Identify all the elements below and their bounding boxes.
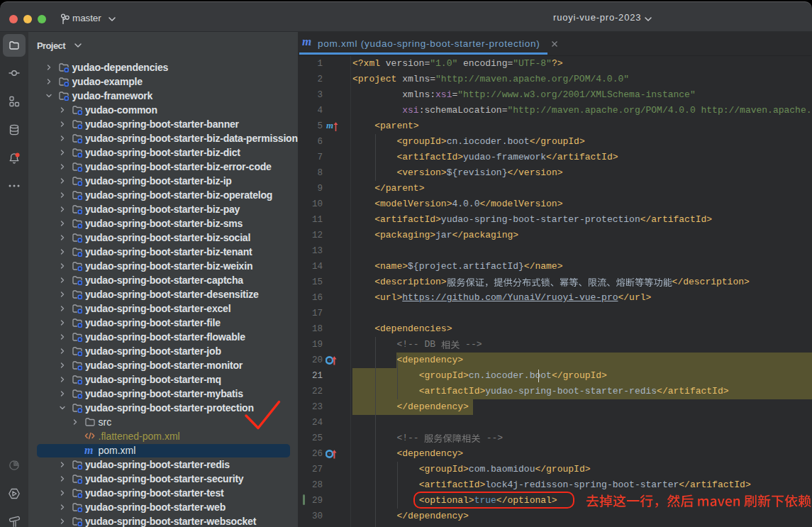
svg-text:m: m <box>302 35 311 48</box>
svg-text:m: m <box>84 444 93 456</box>
svg-text:m: m <box>326 120 333 131</box>
